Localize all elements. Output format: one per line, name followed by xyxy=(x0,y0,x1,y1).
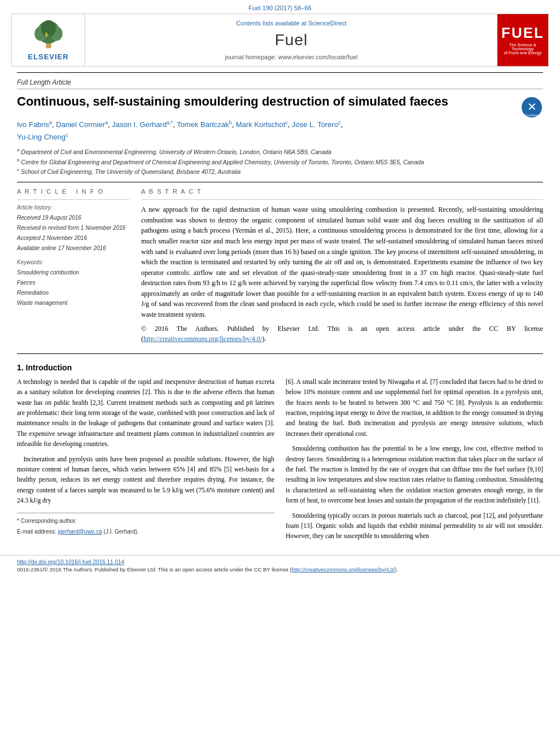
author-cheng: Yu-Ling Cheng xyxy=(17,133,65,141)
keyword-2: Faeces xyxy=(17,278,130,288)
abstract-divider xyxy=(141,199,543,200)
sd-prefix: Contents lists available at xyxy=(236,20,307,27)
author-fabris: Ivo Fabris xyxy=(17,120,49,129)
author-cheng-sup: c xyxy=(65,132,68,138)
section-divider xyxy=(17,182,543,182)
intro-left-col: A technology is needed that is capable o… xyxy=(17,377,274,546)
corresponding-note: * Corresponding author. xyxy=(17,517,274,526)
revised-date: Received in revised form 1 November 2016 xyxy=(17,223,130,233)
crossmark-icon: ✕ CrossMark xyxy=(520,96,543,119)
fuel-label: FUEL xyxy=(501,24,544,42)
top-divider xyxy=(17,72,543,73)
intro-para-5: Smouldering typically occurs in porous m… xyxy=(286,510,543,541)
citation-text: Fuel 190 (2017) 58–66 xyxy=(248,5,311,11)
author-bartczak-sup: b xyxy=(229,120,232,125)
journal-homepage: journal homepage: www.elsevier.com/locat… xyxy=(225,54,358,60)
article-type: Full Length Article xyxy=(17,78,543,89)
author-torero-sup: c xyxy=(338,120,341,125)
svg-text:🐍: 🐍 xyxy=(44,32,49,37)
author-fabris-sup: a xyxy=(49,120,52,125)
science-direct-line: Contents lists available at ScienceDirec… xyxy=(236,20,347,27)
license-link[interactable]: http://creativecommons.org/licenses/by/4… xyxy=(143,335,262,343)
author-kortschot-sup: c xyxy=(285,120,288,125)
email-note: E-mail address: jgerhard@uwo.ca (J.I. Ge… xyxy=(17,527,274,536)
author-gerhard-sup: a,* xyxy=(167,120,173,125)
email-label: E-mail address: xyxy=(17,528,56,535)
available-date: Available online 17 November 2016 xyxy=(17,243,130,254)
keywords-section: Keywords: Smouldering combustion Faeces … xyxy=(17,259,130,308)
keyword-3: Remediation xyxy=(17,288,130,298)
affiliation-b: b Centre for Global Engineering and Depa… xyxy=(17,157,543,167)
fuel-logo: FUEL The Science & Technologyof Fuels an… xyxy=(497,14,548,66)
author-bartczak: Tomek Bartczak xyxy=(177,120,229,129)
author-gerhard: Jason I. Gerhard xyxy=(112,120,167,129)
svg-text:CrossMark: CrossMark xyxy=(525,113,539,117)
doi-link[interactable]: http://dx.doi.org/10.1016/j.fuel.2016.11… xyxy=(17,559,124,565)
affiliation-c: c School of Civil Engineering, The Unive… xyxy=(17,167,543,176)
email-name: (J.I. Gerhard). xyxy=(104,528,139,535)
license-footer: 0016-2361/© 2016 The Authors. Published … xyxy=(17,566,543,573)
footer-bar: http://dx.doi.org/10.1016/j.fuel.2016.11… xyxy=(0,555,560,576)
article-title: Continuous, self-sustaining smouldering … xyxy=(17,94,515,110)
elsevier-tree-icon: 🐍 xyxy=(29,19,68,50)
citation-line: Fuel 190 (2017) 58–66 xyxy=(0,0,560,14)
dates-section: Received 19 August 2016 Received in revi… xyxy=(17,213,130,254)
abstract-license: © 2016 The Authors. Published by Elsevie… xyxy=(141,324,543,344)
svg-text:✕: ✕ xyxy=(527,101,537,113)
journal-center: Contents lists available at ScienceDirec… xyxy=(85,14,497,66)
info-abstract-area: A R T I C L E I N F O Article history: R… xyxy=(17,188,543,348)
intro-para-2: Incineration and pyrolysis units have be… xyxy=(17,454,274,506)
abstract-heading: A B S T R A C T xyxy=(141,188,543,195)
title-area: Continuous, self-sustaining smouldering … xyxy=(17,94,543,119)
accepted-date: Accepted 2 November 2016 xyxy=(17,233,130,243)
keywords-label: Keywords: xyxy=(17,259,130,265)
elsevier-logo: 🐍 ELSEVIER xyxy=(12,14,85,66)
history-label: Article history: xyxy=(17,204,130,211)
abstract-paragraph: A new approach for the rapid destruction… xyxy=(141,204,543,320)
keywords-list: Smouldering combustion Faeces Remediatio… xyxy=(17,268,130,308)
author-torero: Jose L. Torero xyxy=(292,120,338,129)
intro-para-4: Smouldering combustion has the potential… xyxy=(286,443,543,505)
body-divider xyxy=(17,353,543,354)
intro-para-3: [6]. A small scale incinerator tested by… xyxy=(286,377,543,439)
article-info-col: A R T I C L E I N F O Article history: R… xyxy=(17,188,130,348)
sd-link[interactable]: ScienceDirect xyxy=(308,20,347,27)
article-content: Full Length Article Continuous, self-sus… xyxy=(0,72,560,546)
keyword-4: Waste management xyxy=(17,298,130,308)
author-cormier-sup: a xyxy=(105,120,108,125)
footnote-area: * Corresponding author. E-mail address: … xyxy=(17,513,274,536)
elsevier-label: ELSEVIER xyxy=(28,53,68,61)
info-divider xyxy=(17,199,130,200)
article-info-heading: A R T I C L E I N F O xyxy=(17,188,130,195)
doi-line: http://dx.doi.org/10.1016/j.fuel.2016.11… xyxy=(17,559,543,565)
email-link[interactable]: jgerhard@uwo.ca xyxy=(58,528,102,535)
author-cormier: Daniel Cormier xyxy=(56,120,105,129)
footer-license-link[interactable]: http://creativecommons.org/licenses/by/4… xyxy=(292,566,395,573)
affiliations: a Department of Civil and Environmental … xyxy=(17,147,543,176)
journal-banner: 🐍 ELSEVIER Contents lists available at S… xyxy=(11,14,549,67)
journal-title: Fuel xyxy=(275,31,308,49)
abstract-text: A new approach for the rapid destruction… xyxy=(141,204,543,344)
received-date: Received 19 August 2016 xyxy=(17,213,130,223)
intro-body-cols: A technology is needed that is capable o… xyxy=(17,377,543,546)
keyword-1: Smouldering combustion xyxy=(17,268,130,278)
intro-title: 1. Introduction xyxy=(17,363,543,372)
affiliation-a: a Department of Civil and Environmental … xyxy=(17,147,543,156)
author-kortschot: Mark Kortschot xyxy=(236,120,285,129)
intro-para-1: A technology is needed that is capable o… xyxy=(17,377,274,449)
abstract-col: A B S T R A C T A new approach for the r… xyxy=(141,188,543,348)
authors-line: Ivo Fabrisa, Daniel Cormiera, Jason I. G… xyxy=(17,119,543,143)
intro-right-col: [6]. A small scale incinerator tested by… xyxy=(286,377,543,546)
intro-section: 1. Introduction A technology is needed t… xyxy=(17,363,543,546)
fuel-sublabel: The Science & Technologyof Fuels and Ene… xyxy=(497,42,548,56)
